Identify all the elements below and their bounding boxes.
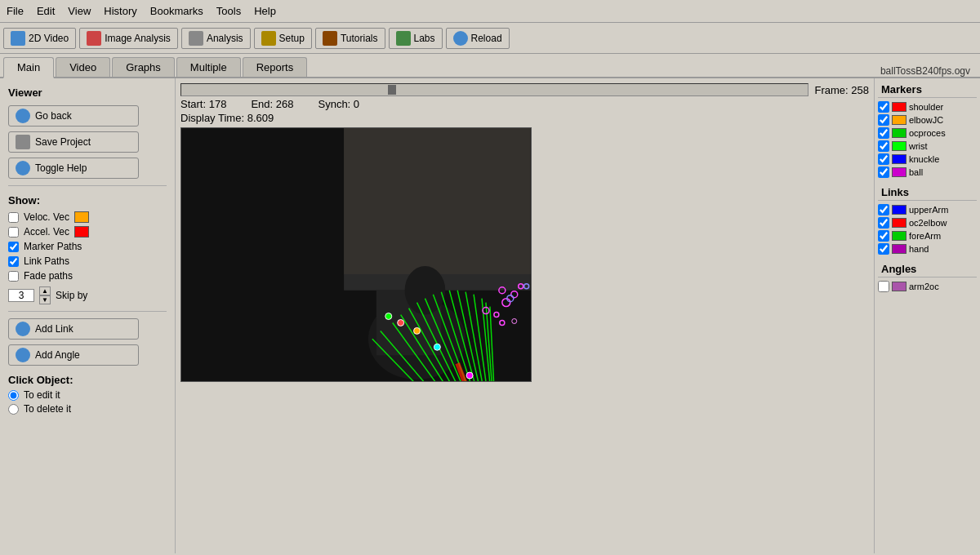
tab-main[interactable]: Main [3, 57, 54, 78]
tab-reports[interactable]: Reports [243, 57, 308, 77]
toolbar-reload[interactable]: Reload [446, 28, 510, 49]
save-project-button[interactable]: Save Project [8, 131, 139, 153]
delete-radio[interactable] [8, 404, 19, 415]
video-frame[interactable] [180, 127, 532, 382]
markers-title: Markers [878, 82, 977, 98]
tab-graphs[interactable]: Graphs [112, 57, 175, 77]
marker-elbowjc-checkbox[interactable] [878, 114, 889, 126]
marker-paths-label: Marker Paths [24, 241, 82, 252]
add-link-button[interactable]: Add Link [8, 318, 139, 340]
svg-point-28 [398, 319, 404, 326]
slider-thumb[interactable] [388, 85, 396, 95]
marker-knuckle-color [892, 154, 906, 164]
link-hand-checkbox[interactable] [878, 243, 889, 255]
menu-bookmarks[interactable]: Bookmarks [144, 3, 210, 19]
toolbar-image-analysis[interactable]: Image Analysis [79, 28, 178, 49]
end-display: End: 268 [251, 98, 293, 110]
link-upperarm-checkbox[interactable] [878, 204, 889, 215]
go-back-button[interactable]: Go back [8, 105, 139, 127]
add-angle-button[interactable]: Add Angle [8, 344, 139, 366]
angle-arm2oc-color [892, 282, 906, 291]
fade-paths-checkbox[interactable] [8, 271, 19, 282]
link-upperarm-color [892, 205, 906, 215]
skip-value-input[interactable] [8, 289, 34, 302]
link-oc2elbow-label: oc2elbow [909, 218, 947, 228]
marker-shoulder-color [892, 102, 906, 112]
menu-edit[interactable]: Edit [30, 3, 61, 19]
video-overlay [181, 128, 531, 381]
skip-down-button[interactable]: ▼ [39, 295, 51, 304]
frame-stats: Frame: 258 [815, 84, 870, 96]
link-paths-checkbox[interactable] [8, 256, 19, 267]
link-oc2elbow-checkbox[interactable] [878, 217, 889, 229]
click-object-label: Click Object: [8, 374, 167, 386]
tab-multiple[interactable]: Multiple [176, 57, 241, 77]
marker-paths-checkbox[interactable] [8, 242, 19, 252]
marker-ball-label: ball [909, 167, 923, 177]
menu-history[interactable]: History [97, 3, 143, 19]
link-hand: hand [878, 243, 977, 255]
marker-wrist-checkbox[interactable] [878, 140, 889, 152]
reload-icon [453, 31, 468, 46]
angle-arm2oc: arm2oc [878, 281, 977, 292]
accel-color-swatch[interactable] [74, 226, 89, 238]
svg-point-29 [385, 313, 392, 320]
toolbar-labs[interactable]: Labs [389, 28, 443, 49]
veloc-color-swatch[interactable] [74, 211, 89, 223]
tab-video[interactable]: Video [56, 57, 110, 77]
link-oc2elbow-color [892, 218, 906, 228]
angle-arm2oc-checkbox[interactable] [878, 281, 889, 292]
add-angle-icon [16, 348, 30, 362]
toolbar-setup[interactable]: Setup [254, 28, 312, 49]
links-section: Links upperArm oc2elbow foreArm hand [878, 184, 977, 255]
marker-wrist-label: wrist [909, 141, 928, 151]
svg-point-26 [434, 344, 440, 350]
save-icon [16, 135, 30, 149]
marker-ball-color [892, 167, 906, 177]
toolbar-analysis[interactable]: Analysis [181, 28, 251, 49]
video-slider[interactable] [180, 83, 808, 96]
skip-by-label: Skip by [56, 290, 87, 301]
file-title: ballTossB240fps.ogv [880, 65, 977, 77]
edit-radio[interactable] [8, 390, 19, 401]
fade-paths-row: Fade paths [8, 270, 167, 282]
marker-knuckle-checkbox[interactable] [878, 153, 889, 165]
frame-value: 258 [851, 84, 869, 96]
veloc-vec-checkbox[interactable] [8, 212, 19, 223]
marker-ocproces-color [892, 128, 906, 138]
start-display: Start: 178 [180, 98, 226, 110]
toggle-help-button[interactable]: Toggle Help [8, 158, 139, 179]
menu-help[interactable]: Help [247, 3, 283, 19]
menu-view[interactable]: View [61, 3, 97, 19]
center-content: Frame: 258 Start: 178 End: 268 Synch: 0 … [176, 78, 874, 553]
skip-row: ▲ ▼ Skip by [8, 286, 167, 304]
click-object-section: Click Object: To edit it To delete it [8, 374, 167, 415]
skip-up-button[interactable]: ▲ [39, 286, 51, 295]
markers-section: Markers shoulder elbowJC ocproces wrist [878, 82, 977, 178]
menu-file[interactable]: File [0, 3, 30, 19]
link-forearm: foreArm [878, 230, 977, 242]
edit-radio-row: To edit it [8, 389, 167, 401]
toolbar-2dvideo[interactable]: 2D Video [3, 28, 76, 49]
menu-tools[interactable]: Tools [210, 3, 247, 19]
marker-ball-checkbox[interactable] [878, 166, 889, 178]
go-back-icon [16, 109, 30, 123]
marker-shoulder-checkbox[interactable] [878, 101, 889, 113]
link-forearm-checkbox[interactable] [878, 230, 889, 242]
toolbar-tutorials[interactable]: Tutorials [315, 28, 385, 49]
link-upperarm-label: upperArm [909, 205, 948, 215]
video-controls: Frame: 258 [180, 83, 869, 96]
link-paths-row: Link Paths [8, 255, 167, 267]
accel-vec-checkbox[interactable] [8, 227, 19, 238]
2dvideo-icon [11, 31, 25, 46]
link-paths-label: Link Paths [24, 255, 69, 267]
marker-ocproces-checkbox[interactable] [878, 127, 889, 139]
analysis-icon [189, 31, 203, 46]
link-hand-color [892, 244, 906, 254]
viewer-title: Viewer [8, 87, 167, 99]
link-forearm-color [892, 231, 906, 241]
links-title: Links [878, 184, 977, 201]
link-upperarm: upperArm [878, 204, 977, 215]
accel-vec-row: Accel. Vec [8, 226, 167, 238]
skip-spinners: ▲ ▼ [39, 286, 51, 304]
